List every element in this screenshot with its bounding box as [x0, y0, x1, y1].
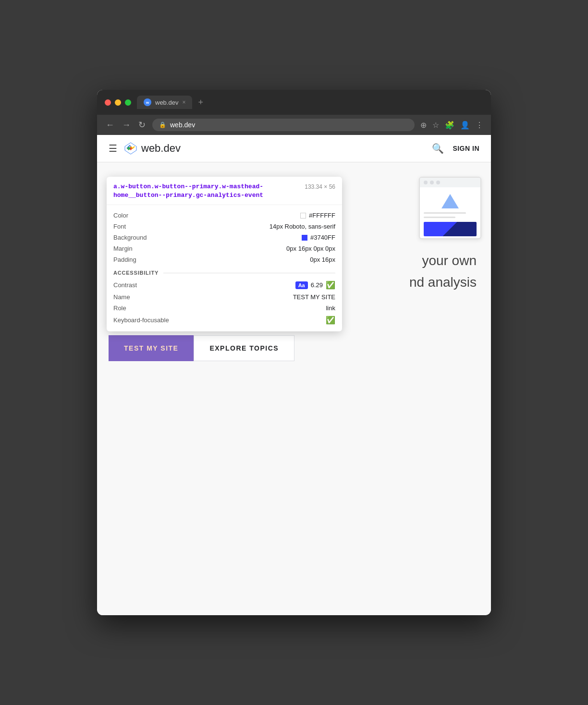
- contrast-value: Aa 6.29 ✅: [295, 280, 335, 290]
- margin-row: Margin 0px 16px 0px 0px: [113, 243, 335, 254]
- padding-label: Padding: [113, 256, 161, 263]
- font-label: Font: [113, 223, 161, 230]
- element-selector: a.w-button.w-button--primary.w-masthead-…: [113, 182, 299, 200]
- search-icon[interactable]: 🔍: [432, 143, 444, 154]
- hero-text-partial-3: nd analysis: [409, 273, 477, 292]
- browser-mockup: [419, 177, 481, 239]
- menu-icon[interactable]: ⋮: [476, 121, 483, 130]
- margin-label: Margin: [113, 245, 161, 252]
- mockup-content: [420, 187, 480, 239]
- header-left: ☰ web.dev: [109, 142, 181, 155]
- mockup-triangle: [441, 194, 459, 208]
- tab-label: web.dev: [155, 99, 178, 106]
- keyboard-check-icon: ✅: [326, 316, 335, 325]
- font-value: 14px Roboto, sans-serif: [270, 223, 335, 230]
- bookmark-icon[interactable]: ☆: [432, 121, 439, 130]
- traffic-lights: [105, 99, 131, 106]
- buttons-row: TEST MY SITE EXPLORE TOPICS: [109, 335, 479, 361]
- mockup-line-1: [424, 212, 466, 214]
- name-value: TEST MY SITE: [293, 293, 335, 301]
- color-swatch-blue: [302, 235, 307, 241]
- inspector-body: Color #FFFFFF Font 14px Roboto, sans-ser…: [107, 205, 342, 331]
- url-text: web.dev: [170, 121, 195, 129]
- keyboard-row: Keyboard-focusable ✅: [113, 314, 335, 327]
- mockup-dot-2: [430, 181, 434, 184]
- tab-favicon: w: [144, 98, 151, 106]
- background-row: Background #3740FF: [113, 232, 335, 243]
- inspector-popup: a.w-button.w-button--primary.w-masthead-…: [107, 177, 342, 331]
- forward-button[interactable]: →: [121, 119, 132, 131]
- keyboard-label: Keyboard-focusable: [113, 316, 169, 324]
- refresh-button[interactable]: ↻: [137, 119, 147, 131]
- color-row: Color #FFFFFF: [113, 210, 335, 221]
- mockup-dot-1: [424, 181, 428, 184]
- logo-text: web.dev: [141, 142, 181, 155]
- maximize-button[interactable]: [125, 99, 131, 106]
- accessibility-section-label: ACCESSIBILITY: [113, 270, 163, 276]
- back-button[interactable]: ←: [105, 119, 115, 131]
- contrast-label: Contrast: [113, 281, 161, 289]
- browser-actions: ⊕ ☆ 🧩 👤 ⋮: [420, 121, 483, 130]
- mockup-dot-3: [436, 181, 440, 184]
- padding-value: 0px 16px: [310, 256, 335, 263]
- minimize-button[interactable]: [115, 99, 121, 106]
- mockup-titlebar: [420, 178, 480, 187]
- tab-bar: w web.dev × +: [137, 96, 483, 109]
- role-value: link: [326, 304, 335, 312]
- extensions-icon[interactable]: 🧩: [445, 121, 454, 130]
- inspector-header: a.w-button.w-button--primary.w-masthead-…: [107, 177, 342, 205]
- font-row: Font 14px Roboto, sans-serif: [113, 221, 335, 232]
- contrast-badge: Aa: [295, 281, 308, 289]
- sign-in-button[interactable]: SIGN IN: [453, 145, 479, 152]
- lock-icon: 🔒: [159, 122, 166, 128]
- new-tab-button[interactable]: +: [196, 97, 205, 108]
- color-value: #FFFFFF: [300, 212, 335, 219]
- keyboard-value: ✅: [326, 316, 335, 325]
- background-label: Background: [113, 234, 161, 241]
- contrast-row: Contrast Aa 6.29 ✅: [113, 279, 335, 292]
- margin-value: 0px 16px 0px 0px: [286, 245, 335, 252]
- padding-row: Padding 0px 16px: [113, 254, 335, 265]
- hero-text-partial-2: your own: [422, 251, 477, 270]
- browser-window: w web.dev × + ← → ↻ 🔒 web.dev ⊕ ☆ 🧩 👤 ⋮ …: [97, 90, 491, 615]
- title-bar: w web.dev × +: [97, 90, 491, 115]
- background-value: #3740FF: [302, 234, 335, 241]
- element-dimensions: 133.34 × 56: [305, 182, 335, 190]
- explore-topics-button[interactable]: EXPLORE TOPICS: [194, 335, 294, 361]
- browser-tab[interactable]: w web.dev ×: [137, 96, 192, 109]
- webpage: ☰ web.dev 🔍 SIGN IN: [97, 135, 491, 615]
- tab-close-icon[interactable]: ×: [182, 99, 185, 106]
- close-button[interactable]: [105, 99, 111, 106]
- test-my-site-button[interactable]: TEST MY SITE: [109, 335, 194, 361]
- zoom-icon[interactable]: ⊕: [420, 121, 427, 130]
- name-row: Name TEST MY SITE: [113, 292, 335, 303]
- hamburger-menu-icon[interactable]: ☰: [109, 143, 117, 154]
- name-label: Name: [113, 293, 161, 301]
- color-label: Color: [113, 212, 161, 219]
- header-right: 🔍 SIGN IN: [432, 143, 479, 154]
- divider: [163, 273, 335, 273]
- site-logo[interactable]: web.dev: [124, 142, 181, 155]
- logo-icon: [124, 142, 137, 155]
- color-swatch-white: [300, 213, 306, 219]
- address-field[interactable]: 🔒 web.dev: [152, 119, 415, 131]
- role-row: Role link: [113, 303, 335, 314]
- address-bar: ← → ↻ 🔒 web.dev ⊕ ☆ 🧩 👤 ⋮: [97, 115, 491, 135]
- mockup-line-2: [424, 217, 455, 218]
- contrast-check-icon: ✅: [326, 280, 335, 290]
- role-label: Role: [113, 304, 161, 312]
- hero-section: a.w-button.w-button--primary.w-masthead-…: [97, 162, 491, 450]
- profile-icon[interactable]: 👤: [460, 121, 470, 130]
- mockup-blue-shape: [424, 222, 477, 236]
- site-header: ☰ web.dev 🔍 SIGN IN: [97, 135, 491, 162]
